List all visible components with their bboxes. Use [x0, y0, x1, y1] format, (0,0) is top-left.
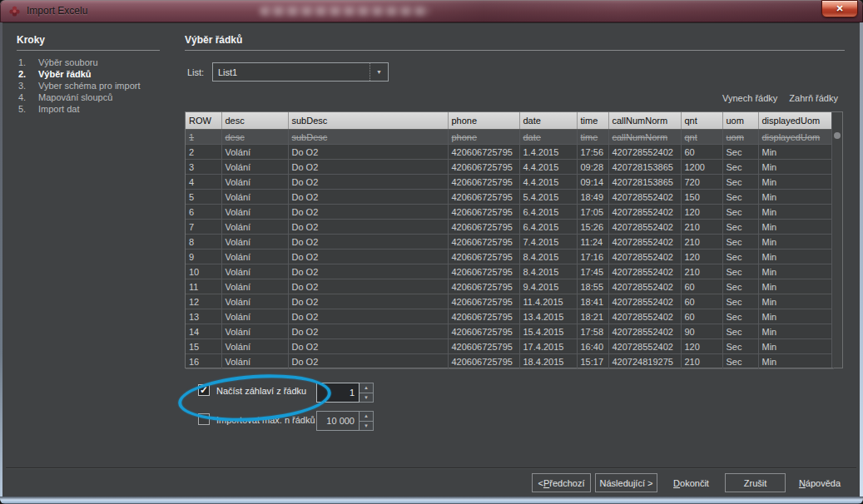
table-column-header[interactable]: callNumNorm: [608, 112, 681, 130]
table-cell[interactable]: Min: [758, 294, 833, 309]
spin-up-button[interactable]: ▲: [360, 383, 374, 393]
table-cell[interactable]: 6: [186, 205, 221, 220]
table-cell[interactable]: Sec: [722, 294, 758, 309]
table-cell[interactable]: 420606725795: [448, 264, 519, 279]
table-cell[interactable]: 9.4.2015: [519, 279, 577, 294]
table-cell[interactable]: 60: [681, 309, 722, 324]
table-cell[interactable]: Do O2: [288, 190, 448, 205]
table-cell[interactable]: 60: [681, 145, 722, 160]
table-cell[interactable]: 4.4.2015: [519, 160, 577, 175]
table-cell[interactable]: Do O2: [288, 235, 448, 250]
table-cell[interactable]: 420728552402: [608, 145, 681, 160]
table-cell[interactable]: 5: [186, 190, 221, 205]
table-row[interactable]: 3VoláníDo O24206067257954.4.201509:28420…: [186, 160, 833, 175]
table-cell[interactable]: 18.4.2015: [519, 354, 577, 369]
table-cell[interactable]: Min: [758, 324, 833, 339]
table-cell[interactable]: 90: [681, 324, 722, 339]
table-row[interactable]: 8VoláníDo O24206067257957.4.201511:24420…: [186, 235, 833, 250]
table-cell[interactable]: 420724819275: [608, 354, 681, 369]
table-cell[interactable]: 420606725795: [448, 339, 519, 354]
table-column-header[interactable]: time: [577, 112, 608, 130]
table-cell[interactable]: 16: [186, 354, 221, 369]
table-cell[interactable]: Min: [758, 339, 833, 354]
table-cell[interactable]: Volání: [221, 294, 288, 309]
table-cell[interactable]: 18:21: [577, 309, 608, 324]
table-cell[interactable]: 420728552402: [608, 264, 681, 279]
table-column-header[interactable]: desc: [221, 112, 288, 130]
max-rows-checkbox[interactable]: [198, 413, 210, 425]
max-rows-checkbox-label[interactable]: Importovat max. n řádků: [216, 415, 315, 425]
cancel-button[interactable]: Zrušit: [725, 473, 786, 492]
table-cell[interactable]: Sec: [722, 190, 758, 205]
table-cell[interactable]: 150: [681, 190, 722, 205]
table-column-header[interactable]: qnt: [681, 112, 722, 130]
table-cell[interactable]: Min: [758, 145, 833, 160]
max-rows-input[interactable]: 10 000: [316, 411, 360, 431]
table-row[interactable]: 13VoláníDo O242060672579513.4.201518:214…: [186, 309, 833, 324]
table-cell[interactable]: 3: [186, 160, 221, 175]
table-cell[interactable]: 420728552402: [608, 205, 681, 220]
table-cell[interactable]: phone: [448, 130, 519, 145]
table-cell[interactable]: Do O2: [288, 145, 448, 160]
table-cell[interactable]: Min: [758, 354, 833, 369]
table-cell[interactable]: 210: [681, 354, 722, 369]
table-cell[interactable]: Sec: [722, 250, 758, 264]
table-cell[interactable]: 13: [186, 309, 221, 324]
previous-button[interactable]: < Předchozí: [532, 473, 591, 492]
table-cell[interactable]: 420728552402: [608, 339, 681, 354]
table-cell[interactable]: Do O2: [288, 309, 448, 324]
next-button[interactable]: Následující >: [595, 473, 657, 492]
table-cell[interactable]: Min: [758, 205, 833, 220]
table-row[interactable]: 12VoláníDo O242060672579511.4.201518:414…: [186, 294, 833, 309]
table-cell[interactable]: Sec: [722, 220, 758, 235]
table-cell[interactable]: Sec: [722, 145, 758, 160]
table-cell[interactable]: Do O2: [288, 279, 448, 294]
spin-up-button[interactable]: ▲: [360, 411, 374, 421]
table-column-header[interactable]: subDesc: [288, 112, 448, 130]
table-cell[interactable]: 120: [681, 250, 722, 264]
table-cell[interactable]: 8.4.2015: [519, 264, 577, 279]
finish-button[interactable]: Dokončit: [662, 473, 721, 492]
table-cell[interactable]: 420606725795: [448, 220, 519, 235]
table-cell[interactable]: 420606725795: [448, 160, 519, 175]
table-cell[interactable]: Volání: [221, 235, 288, 250]
table-cell[interactable]: 420606725795: [448, 309, 519, 324]
table-cell[interactable]: 420728552402: [608, 220, 681, 235]
table-cell[interactable]: 8: [186, 235, 221, 250]
table-cell[interactable]: Do O2: [288, 250, 448, 264]
table-cell[interactable]: Volání: [221, 264, 288, 279]
table-cell[interactable]: 4: [186, 175, 221, 190]
table-cell[interactable]: 09:28: [577, 160, 608, 175]
table-cell[interactable]: Sec: [722, 205, 758, 220]
table-cell[interactable]: Sec: [722, 339, 758, 354]
table-cell[interactable]: 15:17: [577, 354, 608, 369]
table-cell[interactable]: 13.4.2015: [519, 309, 577, 324]
table-cell[interactable]: 210: [681, 235, 722, 250]
table-cell[interactable]: 420728552402: [608, 250, 681, 264]
table-cell[interactable]: Min: [758, 250, 833, 264]
table-cell[interactable]: Volání: [221, 250, 288, 264]
load-header-checkbox[interactable]: ✓: [198, 384, 210, 396]
table-cell[interactable]: 17:05: [577, 205, 608, 220]
table-cell[interactable]: Do O2: [288, 264, 448, 279]
table-cell[interactable]: Do O2: [288, 205, 448, 220]
table-cell[interactable]: 420606725795: [448, 205, 519, 220]
chevron-down-icon[interactable]: ▼: [370, 63, 388, 81]
table-cell[interactable]: Volání: [221, 175, 288, 190]
table-cell[interactable]: 11: [186, 279, 221, 294]
table-cell[interactable]: 420606725795: [448, 235, 519, 250]
table-cell[interactable]: 1.4.2015: [519, 145, 577, 160]
table-cell[interactable]: 420728552402: [608, 309, 681, 324]
table-cell[interactable]: 1200: [681, 160, 722, 175]
table-cell[interactable]: Sec: [722, 324, 758, 339]
table-cell[interactable]: Volání: [221, 220, 288, 235]
table-cell[interactable]: Do O2: [288, 354, 448, 369]
table-cell[interactable]: 14: [186, 324, 221, 339]
table-cell[interactable]: 420606725795: [448, 294, 519, 309]
table-cell[interactable]: 4.4.2015: [519, 175, 577, 190]
table-scrollbar-track[interactable]: [831, 112, 842, 368]
help-button[interactable]: Nápověda: [790, 473, 850, 492]
table-row[interactable]: 9VoláníDo O24206067257958.4.201517:16420…: [186, 250, 833, 264]
header-row-input[interactable]: 1: [316, 383, 360, 403]
table-cell[interactable]: Volání: [221, 145, 288, 160]
